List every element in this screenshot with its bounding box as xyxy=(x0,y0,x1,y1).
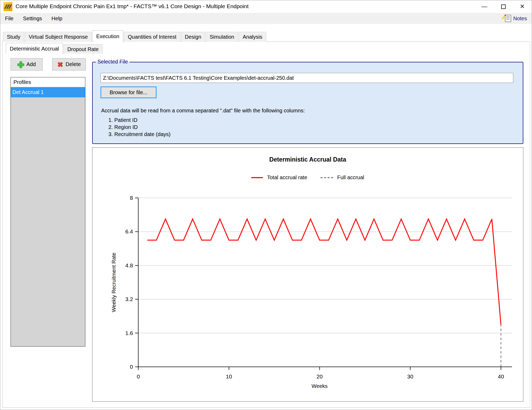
svg-text:40: 40 xyxy=(498,373,504,379)
notes-notepad-icon xyxy=(505,15,511,22)
svg-text:1.6: 1.6 xyxy=(125,330,133,336)
delete-x-icon: ✖ xyxy=(57,61,63,68)
tab-execution[interactable]: Execution xyxy=(92,30,123,42)
plus-icon xyxy=(17,61,24,68)
menu-bar: File Settings Help Notes xyxy=(0,13,532,24)
svg-text:20: 20 xyxy=(317,373,323,379)
accrual-file-columns: Patient ID Region ID Recruitment date (d… xyxy=(103,117,170,138)
svg-text:Weeks: Weeks xyxy=(312,383,328,389)
maximize-icon xyxy=(501,4,506,9)
svg-text:30: 30 xyxy=(407,373,413,379)
tab-design[interactable]: Design xyxy=(181,32,205,42)
delete-profile-button[interactable]: ✖ Delete xyxy=(52,58,86,71)
delete-button-label: Delete xyxy=(66,61,81,67)
svg-text:4.8: 4.8 xyxy=(125,262,133,268)
title-bar: Core Multiple Endpoint Chronic Pain Ex1 … xyxy=(0,0,532,13)
svg-text:0: 0 xyxy=(137,373,140,379)
add-profile-button[interactable]: Add xyxy=(11,58,43,71)
tab-virtual-subject-response[interactable]: Virtual Subject Response xyxy=(25,32,92,42)
subtab-dropout-rate[interactable]: Dropout Rate xyxy=(63,44,103,54)
browse-for-file-button[interactable]: Browse for file... xyxy=(101,87,156,98)
svg-text:10: 10 xyxy=(226,373,232,379)
menu-settings[interactable]: Settings xyxy=(18,13,47,24)
app-logo-icon xyxy=(3,2,12,11)
tab-simulation[interactable]: Simulation xyxy=(206,32,238,42)
profiles-list: Profiles Det Accrual 1 xyxy=(11,77,85,347)
menu-file[interactable]: File xyxy=(0,13,18,24)
tab-quantities-of-interest[interactable]: Quantities of Interest xyxy=(124,32,180,42)
file-column-3: Recruitment date (days) xyxy=(114,131,170,137)
accrual-chart-plot: 01.63.24.86.48010203040Weekly Recruitmen… xyxy=(92,148,523,401)
notes-button[interactable]: Notes xyxy=(505,13,527,24)
profile-row-det-accrual-1[interactable]: Det Accrual 1 xyxy=(11,87,85,97)
main-tab-strip: Study Virtual Subject Response Execution… xyxy=(3,30,267,42)
profiles-list-header: Profiles xyxy=(11,77,85,87)
add-button-label: Add xyxy=(26,61,36,67)
subtab-deterministic-accrual[interactable]: Deterministic Accrual xyxy=(6,43,63,54)
svg-text:8: 8 xyxy=(130,195,133,201)
notes-label: Notes xyxy=(513,16,527,22)
accrual-file-description: Accrual data will be read from a comma s… xyxy=(101,108,305,114)
execution-tab-page: Deterministic Accrual Dropout Rate Add ✖… xyxy=(2,42,530,408)
tab-analysis[interactable]: Analysis xyxy=(239,32,266,42)
svg-text:3.2: 3.2 xyxy=(125,296,133,302)
maximize-button[interactable] xyxy=(494,0,513,13)
menu-help[interactable]: Help xyxy=(47,13,67,24)
app-window: Core Multiple Endpoint Chronic Pain Ex1 … xyxy=(0,0,532,410)
svg-text:Weekly Recruitment Rate: Weekly Recruitment Rate xyxy=(111,253,117,312)
tab-study[interactable]: Study xyxy=(3,32,24,42)
file-column-1: Patient ID xyxy=(114,117,170,123)
file-path-input[interactable] xyxy=(101,73,513,83)
sub-tab-strip: Deterministic Accrual Dropout Rate xyxy=(6,43,103,54)
file-column-2: Region ID xyxy=(114,124,170,130)
minimize-button[interactable]: — xyxy=(475,0,494,13)
window-title: Core Multiple Endpoint Chronic Pain Ex1 … xyxy=(16,3,249,9)
accrual-chart-box: Deterministic Accrual Data Total accrual… xyxy=(92,147,523,402)
svg-text:6.4: 6.4 xyxy=(125,228,133,234)
selected-file-groupbox: Selected File Browse for file... Accrual… xyxy=(92,62,523,144)
selected-file-group-label: Selected File xyxy=(96,59,130,65)
close-button[interactable]: ✕ xyxy=(513,0,532,13)
svg-text:0: 0 xyxy=(130,364,133,370)
